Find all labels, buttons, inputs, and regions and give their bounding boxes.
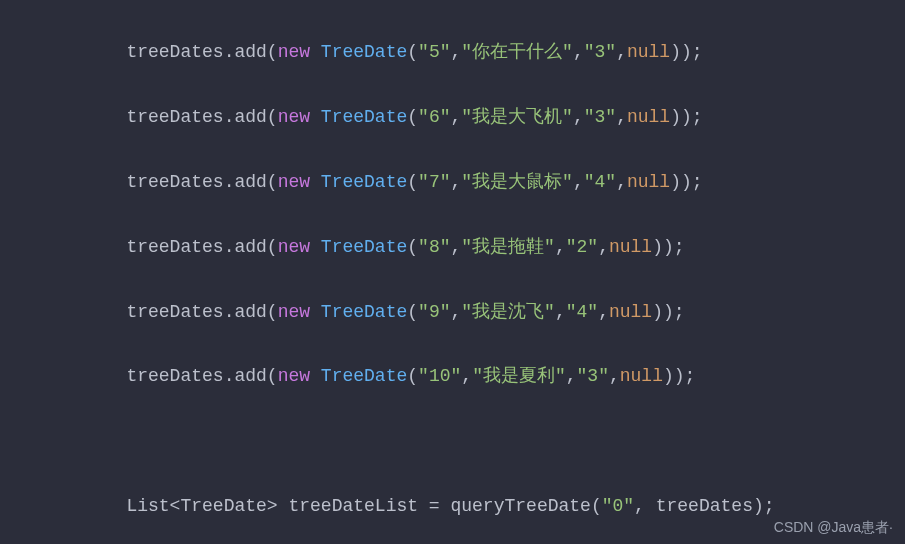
code-line: treeDates.add(new TreeDate("8","我是拖鞋","2…	[40, 231, 905, 263]
code-line: treeDates.add(new TreeDate("5","你在干什么","…	[40, 36, 905, 68]
code-line: treeDates.add(new TreeDate("10","我是夏利","…	[40, 360, 905, 392]
code-line: treeDates.add(new TreeDate("7","我是大鼠标","…	[40, 166, 905, 198]
blank-line	[40, 425, 905, 457]
code-line: treeDates.add(new TreeDate("6","我是大飞机","…	[40, 101, 905, 133]
code-block: treeDates.add(new TreeDate("5","你在干什么","…	[0, 4, 905, 544]
watermark: CSDN @Java患者·	[774, 515, 893, 540]
code-line: treeDates.add(new TreeDate("9","我是沈飞","4…	[40, 296, 905, 328]
